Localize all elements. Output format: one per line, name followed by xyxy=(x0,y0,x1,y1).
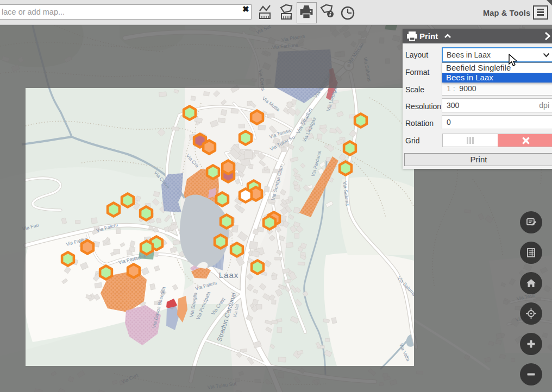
svg-text:Laax: Laax xyxy=(219,270,239,280)
